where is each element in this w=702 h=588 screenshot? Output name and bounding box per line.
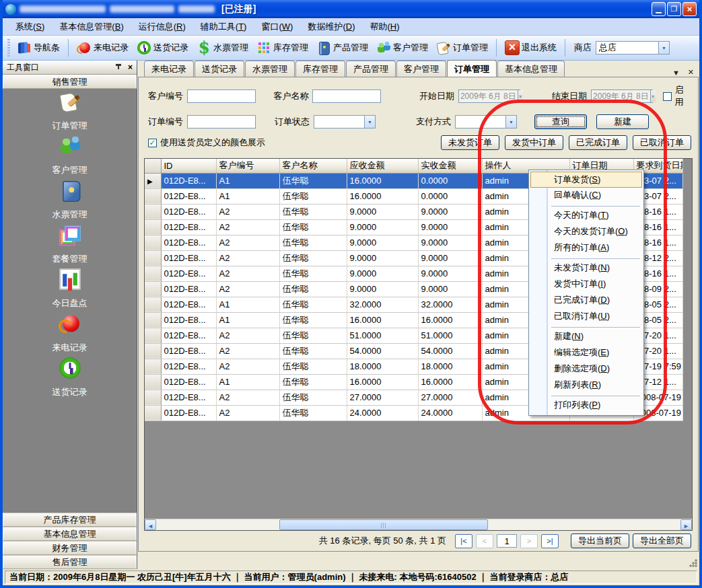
export-current-page-button[interactable]: 导出当前页 <box>571 534 629 548</box>
sidebar-item-套餐管理[interactable]: 套餐管理 <box>3 231 137 265</box>
page-number-input[interactable] <box>497 534 517 548</box>
end-date-picker[interactable]: 2009年 6月 8日 <box>591 89 653 103</box>
filter-button-发货中订单[interactable]: 发货中订单 <box>505 135 563 150</box>
context-menu-item-删除选定项[interactable]: 删除选定项(D) <box>530 361 643 377</box>
context-menu-item-已完成订单[interactable]: 已完成订单(D) <box>530 293 643 309</box>
column-header-客户编号[interactable]: 客户编号 <box>216 159 279 173</box>
context-menu-item-已取消订单[interactable]: 已取消订单(U) <box>530 309 643 325</box>
sidebar-section-产品库存管理[interactable]: 产品库存管理 <box>3 513 137 527</box>
context-menu-item-订单发货[interactable]: 订单发货(S) <box>530 172 642 188</box>
new-button[interactable]: 新建 <box>596 114 649 129</box>
context-menu-item-今天的订单[interactable]: 今天的订单(T) <box>530 208 643 224</box>
context-menu-item-未发货订单[interactable]: 未发货订单(N) <box>530 260 643 277</box>
toolbar-call-log-button[interactable]: 来电记录 <box>73 39 132 57</box>
menubar-item-T[interactable]: 辅助工具(T) <box>193 19 254 35</box>
pin-icon[interactable] <box>114 63 122 71</box>
row-selector[interactable] <box>145 343 161 359</box>
menubar-item-R[interactable]: 运行信息(R) <box>131 19 193 35</box>
tab-基本信息管理[interactable]: 基本信息管理 <box>497 61 565 77</box>
toolbar-exit-button[interactable]: 退出系统 <box>501 39 560 57</box>
close-icon[interactable]: × <box>128 63 133 71</box>
order-no-input[interactable] <box>187 115 256 128</box>
chevron-down-icon[interactable] <box>658 42 669 54</box>
context-menu-item-刷新列表[interactable]: 刷新列表(R) <box>530 377 643 394</box>
tab-来电记录[interactable]: 来电记录 <box>144 61 194 77</box>
toolbar-delivery-log-button[interactable]: 送货记录 <box>133 39 192 57</box>
tab-水票管理[interactable]: 水票管理 <box>245 61 295 77</box>
toolbar-customer-button[interactable]: 客户管理 <box>373 39 431 57</box>
chevron-down-icon[interactable] <box>518 90 523 102</box>
row-selector[interactable] <box>145 405 161 420</box>
row-selector[interactable] <box>145 204 161 219</box>
scrollbar-thumb[interactable] <box>279 519 488 530</box>
context-menu-item-发货中订单[interactable]: 发货中订单(I) <box>530 277 643 293</box>
first-page-button[interactable]: |< <box>455 534 472 548</box>
tab-产品管理[interactable]: 产品管理 <box>346 61 396 77</box>
filter-button-已完成订单[interactable]: 已完成订单 <box>569 135 627 150</box>
context-menu-item-今天的发货订单[interactable]: 今天的发货订单(O) <box>530 224 643 240</box>
sidebar-item-客户管理[interactable]: 客户管理 <box>3 143 137 176</box>
menubar-item-W[interactable]: 窗口(W) <box>254 19 300 35</box>
toolbar-inventory-button[interactable]: 库存管理 <box>253 39 312 57</box>
context-menu-item-打印列表[interactable]: 打印列表(P) <box>530 398 643 414</box>
column-header-实收金额[interactable]: 实收金额 <box>418 159 482 173</box>
menubar-item-H[interactable]: 帮助(H) <box>362 19 407 35</box>
row-selector[interactable] <box>145 219 161 235</box>
order-status-select[interactable] <box>314 115 376 128</box>
sidebar-section-售后管理[interactable]: 售后管理 <box>3 555 137 569</box>
sidebar-item-送货记录[interactable]: 送货记录 <box>3 365 137 398</box>
toolbar-product-button[interactable]: 产品管理 <box>313 39 372 57</box>
tab-送货记录[interactable]: 送货记录 <box>195 61 244 77</box>
context-menu-item-编辑选定项[interactable]: 编辑选定项(E) <box>530 345 643 361</box>
row-selector[interactable] <box>145 188 161 204</box>
customer-name-input[interactable] <box>312 89 381 103</box>
row-selector[interactable] <box>145 359 161 374</box>
column-header-ID[interactable]: ID <box>161 159 216 173</box>
menubar-item-B[interactable]: 基本信息管理(B) <box>52 19 131 35</box>
row-selector[interactable] <box>145 328 161 343</box>
close-button[interactable]: × <box>682 2 697 16</box>
chevron-down-icon[interactable] <box>364 116 375 128</box>
last-page-button[interactable]: >| <box>541 534 559 548</box>
filter-button-已取消订单[interactable]: 已取消订单 <box>633 135 691 150</box>
row-selector[interactable] <box>145 281 161 297</box>
color-checkbox[interactable]: ✓ <box>148 139 157 147</box>
chevron-down-icon[interactable] <box>505 116 516 128</box>
menubar-item-S[interactable]: 系统(S) <box>8 19 52 35</box>
row-selector[interactable] <box>145 390 161 405</box>
sidebar-item-来电记录[interactable]: 来电记录 <box>3 320 137 354</box>
row-selector[interactable] <box>145 173 161 188</box>
tab-订单管理[interactable]: 订单管理 <box>447 60 497 77</box>
filter-button-未发货订单[interactable]: 未发货订单 <box>441 135 499 150</box>
toolbar-water-ticket-button[interactable]: 水票管理 <box>193 39 252 57</box>
sidebar-item-今日盘点[interactable]: 今日盘点 <box>3 276 137 309</box>
chevron-down-icon[interactable] <box>650 90 656 102</box>
toolbar-navbar-button[interactable]: 导航条 <box>13 39 63 57</box>
horizontal-scrollbar[interactable] <box>145 519 692 530</box>
sidebar-section-基本信息管理[interactable]: 基本信息管理 <box>3 527 137 541</box>
sidebar-section-sales[interactable]: 销售管理 <box>3 75 137 89</box>
context-menu-item-所有的订单[interactable]: 所有的订单(A) <box>530 240 643 256</box>
row-selector[interactable] <box>145 374 161 390</box>
scroll-left-icon[interactable] <box>145 519 156 530</box>
row-selector[interactable] <box>145 235 161 250</box>
sidebar-item-水票管理[interactable]: 水票管理 <box>3 187 137 221</box>
row-selector[interactable] <box>145 297 161 312</box>
enable-checkbox[interactable] <box>663 92 671 101</box>
sidebar-section-财务管理[interactable]: 财务管理 <box>3 541 137 555</box>
tab-库存管理[interactable]: 库存管理 <box>295 61 345 77</box>
prev-page-button[interactable]: < <box>476 534 493 548</box>
scroll-right-icon[interactable] <box>680 519 692 530</box>
tab-list-dropdown-icon[interactable]: ▼ <box>668 69 684 77</box>
next-page-button[interactable]: > <box>520 534 538 548</box>
export-all-pages-button[interactable]: 导出全部页 <box>633 534 691 548</box>
row-selector[interactable] <box>145 250 161 266</box>
tab-客户管理[interactable]: 客户管理 <box>396 61 446 77</box>
row-selector[interactable] <box>145 312 161 328</box>
customer-no-input[interactable] <box>187 89 256 103</box>
start-date-picker[interactable]: 2009年 6月 8日 <box>458 89 520 103</box>
column-header-应收金额[interactable]: 应收金额 <box>347 159 418 173</box>
pay-method-select[interactable] <box>455 115 517 128</box>
resize-grip[interactable] <box>689 559 697 567</box>
query-button[interactable]: 查询 <box>534 114 587 129</box>
